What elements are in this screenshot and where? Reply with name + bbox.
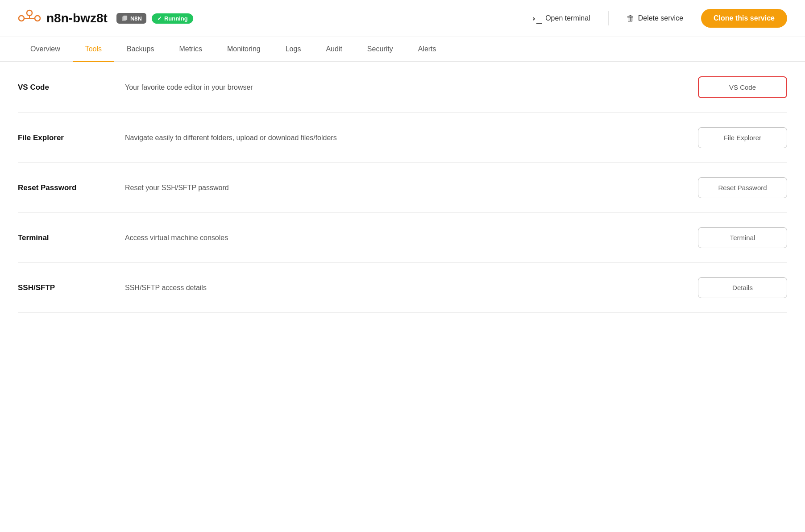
header: n8n-bwz8t N8N ✓ Running ›_ Open terminal…	[0, 0, 805, 37]
tool-row-reset-password: Reset Password Reset your SSH/SFTP passw…	[18, 163, 787, 213]
tab-overview[interactable]: Overview	[18, 37, 73, 62]
tool-desc-reset-password: Reset your SSH/SFTP password	[125, 184, 689, 192]
tool-name-reset-password: Reset Password	[18, 183, 116, 192]
service-title: n8n-bwz8t	[46, 11, 108, 25]
svg-point-1	[27, 10, 32, 16]
open-terminal-button[interactable]: ›_ Open terminal	[524, 9, 598, 27]
tool-row-vscode: VS Code Your favorite code editor in you…	[18, 62, 787, 113]
file-explorer-button[interactable]: File Explorer	[698, 127, 787, 148]
delete-service-button[interactable]: 🗑 Delete service	[619, 10, 690, 27]
tab-tools[interactable]: Tools	[73, 37, 114, 62]
copy-icon	[121, 15, 128, 22]
tab-metrics[interactable]: Metrics	[166, 37, 215, 62]
check-icon: ✓	[157, 15, 162, 22]
header-left: n8n-bwz8t N8N ✓ Running	[18, 9, 515, 27]
header-actions: ›_ Open terminal 🗑 Delete service Clone …	[524, 9, 787, 28]
n8n-badge: N8N	[116, 13, 146, 24]
svg-point-0	[19, 16, 24, 21]
terminal-tool-button[interactable]: Terminal	[698, 227, 787, 248]
svg-point-2	[35, 16, 40, 21]
tool-name-vscode: VS Code	[18, 83, 116, 92]
terminal-icon: ›_	[531, 13, 542, 24]
tab-alerts[interactable]: Alerts	[406, 37, 449, 62]
tab-logs[interactable]: Logs	[273, 37, 314, 62]
tool-name-file-explorer: File Explorer	[18, 133, 116, 142]
tab-backups[interactable]: Backups	[114, 37, 166, 62]
tool-desc-vscode: Your favorite code editor in your browse…	[125, 83, 689, 91]
svg-rect-6	[123, 16, 127, 20]
clone-service-button[interactable]: Clone this service	[701, 9, 787, 28]
trash-icon: 🗑	[627, 14, 635, 23]
divider	[608, 11, 609, 25]
tab-security[interactable]: Security	[355, 37, 406, 62]
tool-row-terminal: Terminal Access virtual machine consoles…	[18, 213, 787, 263]
tool-name-terminal: Terminal	[18, 233, 116, 242]
brand-logo	[18, 9, 41, 27]
tool-desc-ssh-sftp: SSH/SFTP access details	[125, 284, 689, 292]
vscode-button[interactable]: VS Code	[698, 76, 787, 98]
tabs-nav: Overview Tools Backups Metrics Monitorin…	[0, 37, 805, 62]
tab-monitoring[interactable]: Monitoring	[215, 37, 273, 62]
tool-desc-file-explorer: Navigate easily to different folders, up…	[125, 134, 689, 142]
tool-row-file-explorer: File Explorer Navigate easily to differe…	[18, 113, 787, 163]
reset-password-button[interactable]: Reset Password	[698, 177, 787, 198]
ssh-sftp-button[interactable]: Details	[698, 277, 787, 298]
running-badge: ✓ Running	[152, 13, 193, 24]
tool-name-ssh-sftp: SSH/SFTP	[18, 283, 116, 292]
tool-row-ssh-sftp: SSH/SFTP SSH/SFTP access details Details	[18, 263, 787, 313]
tab-audit[interactable]: Audit	[313, 37, 354, 62]
tools-content: VS Code Your favorite code editor in you…	[0, 62, 805, 313]
tool-desc-terminal: Access virtual machine consoles	[125, 234, 689, 242]
